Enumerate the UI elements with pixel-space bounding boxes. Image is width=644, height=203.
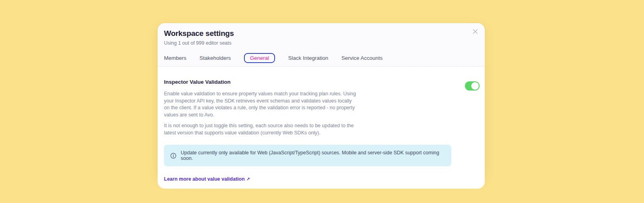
workspace-settings-modal: Workspace settings Using 1 out of 999 ed…	[158, 23, 485, 179]
validation-description-paragraph: Enable value validation to ensure proper…	[164, 91, 358, 118]
modal-header: Workspace settings Using 1 out of 999 ed…	[158, 23, 485, 67]
tab-general[interactable]: General	[244, 53, 275, 63]
tab-slack-integration[interactable]: Slack Integration	[288, 55, 328, 61]
value-validation-toggle[interactable]	[465, 81, 480, 91]
tab-service-accounts[interactable]: Service Accounts	[342, 55, 383, 61]
info-banner-text: Update currently only available for Web …	[181, 150, 445, 161]
section-title: Inspector Value Validation	[164, 79, 478, 85]
general-tab-panel: Inspector Value Validation Enable value …	[158, 67, 485, 189]
learn-more-link[interactable]: Learn more about value validation ↗	[164, 176, 250, 182]
tab-members[interactable]: Members	[164, 55, 186, 61]
validation-note-paragraph: It is not enough to just toggle this set…	[164, 122, 358, 136]
settings-tab-bar: Members Stakeholders General Slack Integ…	[164, 55, 478, 66]
learn-more-label: Learn more about value validation	[164, 176, 245, 182]
page-title: Workspace settings	[164, 29, 478, 38]
close-button[interactable]	[471, 28, 479, 36]
tab-stakeholders[interactable]: Stakeholders	[199, 55, 231, 61]
editor-seats-subtitle: Using 1 out of 999 editor seats	[164, 40, 478, 46]
toggle-knob	[471, 82, 479, 90]
close-icon	[472, 29, 478, 36]
info-icon	[170, 153, 176, 159]
external-link-icon: ↗	[246, 177, 250, 182]
info-banner: Update currently only available for Web …	[164, 145, 451, 166]
